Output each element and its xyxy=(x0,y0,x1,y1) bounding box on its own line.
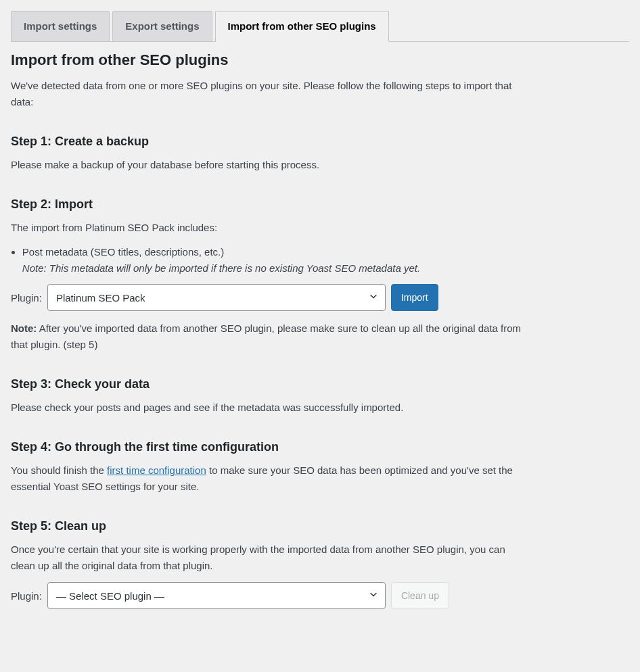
page-title: Import from other SEO plugins xyxy=(11,51,629,69)
step5-heading: Step 5: Clean up xyxy=(11,519,629,533)
step2-heading: Step 2: Import xyxy=(11,197,629,212)
step5-text: Once you're certain that your site is wo… xyxy=(11,542,525,574)
cleanup-form-row: Plugin: — Select SEO plugin — Clean up xyxy=(11,582,629,609)
step1-text: Please make a backup of your database be… xyxy=(11,157,525,173)
first-time-config-link[interactable]: first time configuration xyxy=(107,464,206,476)
list-item-note: Note: This metadata will only be importe… xyxy=(22,262,420,274)
step1-heading: Step 1: Create a backup xyxy=(11,135,629,149)
note-text: After you've imported data from another … xyxy=(11,322,521,350)
page-container: Import settings Export settings Import f… xyxy=(0,0,640,629)
step4-heading: Step 4: Go through the first time config… xyxy=(11,440,629,454)
cleanup-plugin-select-wrap: — Select SEO plugin — xyxy=(47,582,386,609)
import-plugin-select-wrap: Platinum SEO Pack xyxy=(47,284,386,311)
list-item: Post metadata (SEO titles, descriptions,… xyxy=(22,244,629,277)
tab-import-other-seo[interactable]: Import from other SEO plugins xyxy=(215,11,389,42)
cleanup-plugin-select[interactable]: — Select SEO plugin — xyxy=(47,582,386,609)
tab-import-settings[interactable]: Import settings xyxy=(11,11,110,42)
tab-export-settings[interactable]: Export settings xyxy=(112,11,212,42)
cleanup-button[interactable]: Clean up xyxy=(391,582,449,609)
import-plugin-select[interactable]: Platinum SEO Pack xyxy=(47,284,386,311)
tab-bar: Import settings Export settings Import f… xyxy=(11,11,629,42)
step3-heading: Step 3: Check your data xyxy=(11,377,629,391)
cleanup-plugin-label: Plugin: xyxy=(11,590,42,602)
step2-intro: The import from Platinum SEO Pack includ… xyxy=(11,220,525,236)
step2-note: Note: After you've imported data from an… xyxy=(11,320,525,353)
step4-text: You should finish the first time configu… xyxy=(11,462,525,495)
list-item-text: Post metadata (SEO titles, descriptions,… xyxy=(22,246,224,258)
step2-list: Post metadata (SEO titles, descriptions,… xyxy=(22,244,629,277)
step3-text: Please check your posts and pages and se… xyxy=(11,400,525,416)
note-label: Note: xyxy=(11,322,37,334)
import-button[interactable]: Import xyxy=(391,284,438,311)
import-plugin-label: Plugin: xyxy=(11,292,42,304)
intro-paragraph: We've detected data from one or more SEO… xyxy=(11,78,525,110)
step4-before: You should finish the xyxy=(11,464,107,476)
import-form-row: Plugin: Platinum SEO Pack Import xyxy=(11,284,629,311)
